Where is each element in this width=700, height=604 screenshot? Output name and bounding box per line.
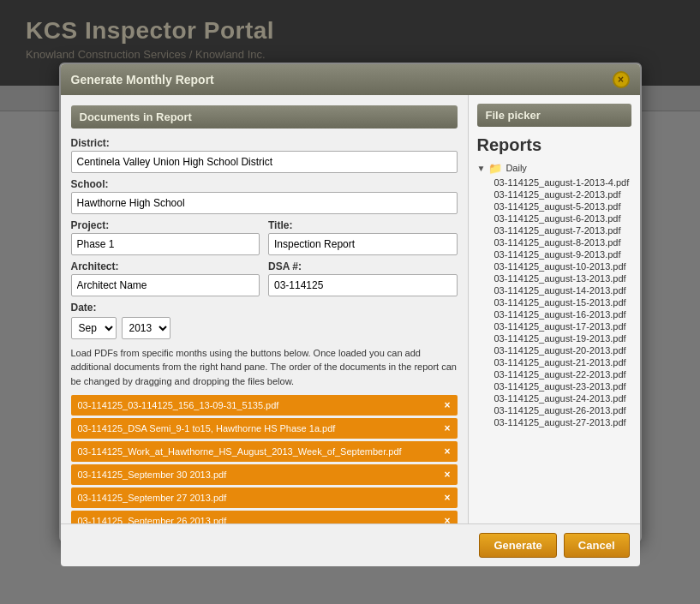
architect-label: Architect: (71, 260, 260, 272)
modal-body: Documents in Report District: School: Pr… (61, 95, 640, 523)
file-list-item[interactable]: 03-114125_Work_at_Hawthorne_HS_August_20… (71, 441, 458, 462)
tree-folder-daily: ▼ 📁 Daily (477, 162, 631, 175)
date-label: Date: (71, 302, 458, 314)
remove-file-icon[interactable]: × (444, 422, 450, 434)
architect-dsa-row: Architect: DSA #: (71, 255, 458, 296)
file-list-item[interactable]: 03-114125_September 26 2013.pdf × (71, 511, 458, 523)
project-col: Project: (71, 214, 260, 255)
file-list-item[interactable]: 03-114125_DSA Semi_9-1 to15, Hawthorne H… (71, 418, 458, 439)
project-input[interactable] (71, 233, 260, 255)
tree-file-item[interactable]: 03-114125_august-9-2013.pdf (494, 248, 631, 260)
tree-file-item[interactable]: 03-114125_august-21-2013.pdf (494, 356, 631, 368)
tree-file-item[interactable]: 03-114125_august-10-2013.pdf (494, 260, 631, 272)
folder-label: Daily (506, 162, 526, 174)
left-panel: Documents in Report District: School: Pr… (61, 95, 469, 523)
tree-file-item[interactable]: 03-114125_august-27-2013.pdf (494, 416, 631, 428)
school-input[interactable] (71, 192, 458, 214)
cancel-button[interactable]: Cancel (564, 533, 630, 558)
dsa-input[interactable] (268, 274, 458, 296)
tree-file-item[interactable]: 03-114125_august-22-2013.pdf (494, 368, 631, 380)
tree-files: 03-114125_august-1-2013-4.pdf03-114125_a… (477, 176, 631, 428)
title-input[interactable] (268, 233, 458, 255)
tree-file-item[interactable]: 03-114125_august-8-2013.pdf (494, 236, 631, 248)
architect-col: Architect: (71, 255, 260, 296)
dsa-col: DSA #: (268, 255, 458, 296)
tree-file-item[interactable]: 03-114125_august-20-2013.pdf (494, 344, 631, 356)
remove-file-icon[interactable]: × (444, 469, 450, 481)
tree-file-item[interactable]: 03-114125_august-24-2013.pdf (494, 392, 631, 404)
tree-file-item[interactable]: 03-114125_august-1-2013-4.pdf (494, 176, 631, 188)
remove-file-icon[interactable]: × (444, 446, 450, 457)
remove-file-icon[interactable]: × (444, 399, 450, 411)
tree-file-item[interactable]: 03-114125_august-5-2013.pdf (494, 200, 631, 212)
title-label: Title: (268, 219, 458, 231)
modal-dialog: Generate Monthly Report × Documents in R… (59, 63, 642, 542)
dsa-label: DSA #: (268, 260, 458, 272)
modal-overlay: Generate Monthly Report × Documents in R… (0, 0, 700, 604)
modal-footer: Generate Cancel (61, 523, 640, 566)
tree-file-item[interactable]: 03-114125_august-17-2013.pdf (494, 320, 631, 332)
year-select[interactable]: 2013 201220142015 (122, 317, 171, 339)
architect-input[interactable] (71, 274, 260, 296)
documents-header: Documents in Report (71, 105, 458, 129)
month-select[interactable]: Sep JanFebMar AprMayJun JulAugOct NovDec (71, 317, 117, 339)
file-list-item[interactable]: 03-114125_September 30 2013.pdf × (71, 464, 458, 485)
folder-icon: 📁 (488, 162, 502, 175)
file-picker-header: File picker (477, 104, 631, 127)
file-list-item[interactable]: 03-114125_03-114125_156_13-09-31_5135.pd… (71, 395, 458, 416)
reports-title: Reports (477, 135, 631, 155)
project-title-row: Project: Title: (71, 214, 458, 255)
date-row: Sep JanFebMar AprMayJun JulAugOct NovDec… (71, 317, 458, 339)
tree-file-item[interactable]: 03-114125_august-14-2013.pdf (494, 284, 631, 296)
tree-file-item[interactable]: 03-114125_august-19-2013.pdf (494, 332, 631, 344)
tree-file-item[interactable]: 03-114125_august-23-2013.pdf (494, 380, 631, 392)
project-label: Project: (71, 219, 260, 231)
tree-expand-icon: ▼ (477, 164, 486, 173)
tree-file-item[interactable]: 03-114125_august-26-2013.pdf (494, 404, 631, 416)
remove-file-icon[interactable]: × (444, 515, 450, 523)
tree-file-item[interactable]: 03-114125_august-6-2013.pdf (494, 212, 631, 224)
modal-title: Generate Monthly Report (71, 73, 214, 87)
generate-button[interactable]: Generate (479, 533, 556, 558)
remove-file-icon[interactable]: × (444, 492, 450, 504)
district-label: District: (71, 137, 458, 149)
right-panel: File picker Reports ▼ 📁 Daily 03-114125_… (469, 95, 640, 523)
district-input[interactable] (71, 151, 458, 173)
tree-file-item[interactable]: 03-114125_august-13-2013.pdf (494, 272, 631, 284)
tree-file-item[interactable]: 03-114125_august-7-2013.pdf (494, 224, 631, 236)
modal-close-button[interactable]: × (613, 71, 630, 88)
tree-file-item[interactable]: 03-114125_august-15-2013.pdf (494, 296, 631, 308)
tree-file-item[interactable]: 03-114125_august-2-2013.pdf (494, 188, 631, 200)
file-list: 03-114125_03-114125_156_13-09-31_5135.pd… (71, 395, 458, 523)
school-label: School: (71, 178, 458, 190)
title-col: Title: (268, 214, 458, 255)
tree-file-item[interactable]: 03-114125_august-16-2013.pdf (494, 308, 631, 320)
modal-title-bar: Generate Monthly Report × (61, 64, 640, 95)
file-list-item[interactable]: 03-114125_September 27 2013.pdf × (71, 487, 458, 508)
info-text: Load PDFs from specific months using the… (71, 346, 458, 389)
